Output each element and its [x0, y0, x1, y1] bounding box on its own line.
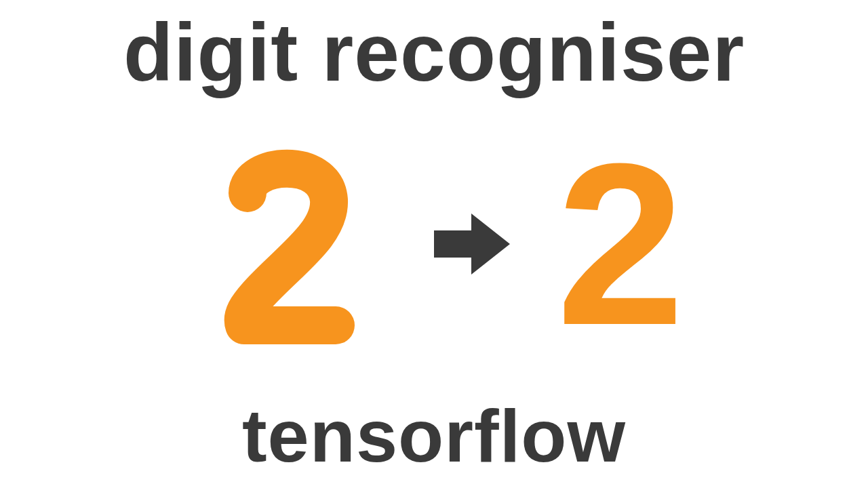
handwritten-digit-svg — [183, 129, 387, 359]
diagram-row: 2 — [0, 122, 868, 366]
handwritten-digit — [183, 129, 387, 359]
slide: digit recogniser 2 tensorflow — [0, 0, 868, 488]
page-title: digit recogniser — [0, 5, 868, 99]
arrow-right-icon — [427, 200, 515, 288]
page-subtitle: tensorflow — [0, 392, 868, 479]
recognized-digit: 2 — [556, 129, 684, 359]
